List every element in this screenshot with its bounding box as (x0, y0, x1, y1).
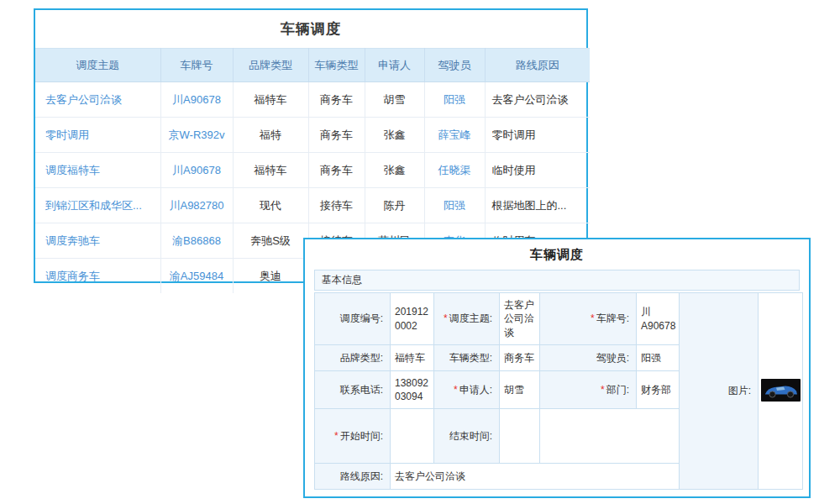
field-value-start-time[interactable] (391, 409, 434, 464)
table-row: 零时调用 京W-R392v 福特 商务车 张鑫 薛宝峰 零时调用 (35, 118, 590, 153)
brand-cell: 现代 (233, 188, 308, 223)
modal-title: 车辆调度 (305, 239, 809, 270)
plate-link[interactable]: 川A90678 (172, 164, 221, 176)
brand-cell: 福特车 (233, 82, 308, 118)
vtype-cell: 接待车 (308, 188, 365, 223)
field-label-end-time: 结束时间: (434, 409, 500, 464)
subject-link[interactable]: 到锦江区和成华区... (45, 199, 142, 212)
field-label-reason: 路线原因: (315, 464, 391, 490)
vtype-cell: 商务车 (308, 82, 365, 118)
applicant-cell: 张鑫 (365, 153, 424, 188)
list-panel-title: 车辆调度 (35, 10, 586, 48)
field-label-applicant: *申请人: (434, 371, 500, 409)
driver-link[interactable]: 阳强 (444, 93, 465, 106)
field-label-start-time: *开始时间: (315, 409, 391, 464)
col-header-plate: 车牌号 (160, 49, 233, 82)
table-row: 去客户公司洽谈 川A90678 福特车 商务车 胡雪 阳强 去客户公司洽谈 (35, 82, 590, 118)
vehicle-photo-cell[interactable] (759, 293, 803, 490)
field-label-picture: 图片: (680, 293, 759, 490)
field-label-department: *部门: (540, 371, 637, 409)
field-value-phone[interactable]: 13809203094 (391, 371, 434, 409)
field-label-subject: *调度主题: (434, 293, 500, 345)
applicant-cell: 陈丹 (365, 188, 424, 223)
vtype-cell: 商务车 (308, 118, 365, 153)
subject-link[interactable]: 零时调用 (45, 129, 89, 141)
reason-cell: 去客户公司洽谈 (485, 82, 590, 118)
required-asterisk: * (591, 312, 595, 324)
col-header-vtype: 车辆类型 (308, 49, 365, 82)
driver-link[interactable]: 阳强 (444, 199, 465, 212)
driver-link[interactable]: 薛宝峰 (438, 129, 471, 141)
car-image (761, 379, 801, 402)
field-value-vtype[interactable]: 商务车 (500, 345, 540, 371)
field-label-phone: 联系电话: (315, 371, 391, 409)
field-label-driver: 驾驶员: (540, 345, 637, 371)
vehicle-dispatch-page: 车辆调度 调度主题 车牌号 品牌类型 车辆类型 申请人 驾驶员 路线原因 去客户… (0, 0, 840, 504)
brand-cell: 福特 (233, 118, 308, 153)
required-asterisk: * (601, 384, 605, 396)
applicant-cell: 胡雪 (365, 82, 424, 118)
plate-link[interactable]: 川A982780 (169, 199, 223, 212)
field-value-subject[interactable]: 去客户公司洽谈 (500, 293, 540, 345)
table-row: 调度福特车 川A90678 福特车 商务车 张鑫 任晓渠 临时使用 (35, 153, 590, 188)
vtype-cell: 商务车 (308, 153, 365, 188)
subject-link[interactable]: 去客户公司洽谈 (45, 93, 122, 106)
field-label-brand: 品牌类型: (315, 345, 391, 371)
required-asterisk: * (444, 312, 448, 324)
brand-cell: 福特车 (233, 153, 308, 188)
dispatch-detail-modal: 车辆调度 基本信息 调度编号: 2019120002 *调度主题: 去客户公司洽… (303, 238, 811, 498)
field-label-dispatch-no: 调度编号: (315, 293, 391, 345)
reason-cell: 临时使用 (485, 153, 590, 188)
field-value-dispatch-no[interactable]: 2019120002 (391, 293, 434, 345)
subject-link[interactable]: 调度商务车 (45, 270, 100, 282)
basic-info-section-bar: 基本信息 (314, 270, 800, 291)
field-value-reason[interactable]: 去客户公司洽谈 (391, 464, 680, 490)
reason-cell: 根据地图上的... (485, 188, 590, 223)
detail-form-table: 调度编号: 2019120002 *调度主题: 去客户公司洽谈 *车牌号: 川A… (314, 292, 803, 490)
section-title: 基本信息 (322, 273, 362, 287)
field-label-vtype: 车辆类型: (434, 345, 500, 371)
plate-link[interactable]: 渝AJ59484 (170, 270, 223, 282)
table-row: 到锦江区和成华区... 川A982780 现代 接待车 陈丹 阳强 根据地图上的… (35, 188, 590, 223)
field-value-department[interactable]: 财务部 (637, 371, 680, 409)
field-value-end-time[interactable] (500, 409, 540, 464)
subject-link[interactable]: 调度福特车 (45, 164, 100, 176)
field-value-driver[interactable]: 阳强 (637, 345, 680, 371)
brand-cell: 奥迪 (233, 259, 308, 294)
plate-link[interactable]: 渝B86868 (172, 234, 221, 247)
driver-link[interactable]: 任晓渠 (438, 164, 471, 176)
applicant-cell: 张鑫 (365, 118, 424, 153)
required-asterisk: * (454, 384, 458, 396)
col-header-reason: 路线原因 (485, 49, 590, 82)
col-header-brand: 品牌类型 (233, 49, 308, 82)
field-value-brand[interactable]: 福特车 (391, 345, 434, 371)
col-header-driver: 驾驶员 (424, 49, 485, 82)
col-header-subject: 调度主题 (35, 49, 160, 82)
table-header-row: 调度主题 车牌号 品牌类型 车辆类型 申请人 驾驶员 路线原因 (35, 49, 590, 82)
form-row: 调度编号: 2019120002 *调度主题: 去客户公司洽谈 *车牌号: 川A… (315, 293, 803, 345)
plate-link[interactable]: 京W-R392v (169, 129, 225, 141)
field-value-applicant[interactable]: 胡雪 (500, 371, 540, 409)
empty-cell (540, 409, 680, 464)
brand-cell: 奔驰S级 (233, 223, 308, 259)
reason-cell: 零时调用 (485, 118, 590, 153)
plate-link[interactable]: 川A90678 (172, 93, 221, 106)
field-value-plate[interactable]: 川A90678 (637, 293, 680, 345)
subject-link[interactable]: 调度奔驰车 (45, 234, 100, 247)
required-asterisk: * (334, 430, 339, 442)
col-header-applicant: 申请人 (365, 49, 424, 82)
field-label-plate: *车牌号: (540, 293, 637, 345)
